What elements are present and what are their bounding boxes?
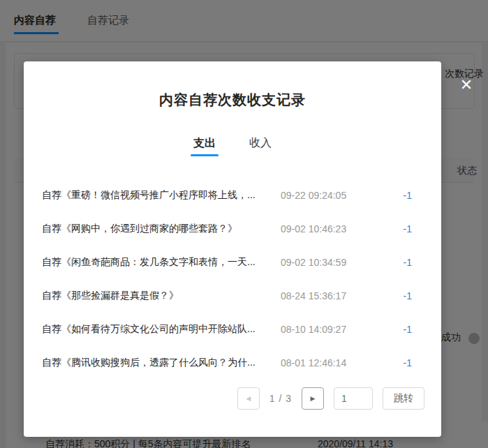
- expense-record-list: 自荐《重磅！微信视频号推广小程序即将上线，... 09-22 09:24:05 …: [42, 179, 412, 380]
- record-time: 09-02 10:34:59: [281, 257, 370, 268]
- record-time: 09-02 10:46:23: [281, 223, 370, 234]
- record-amount: -1: [370, 257, 412, 268]
- list-item: 自荐《闲鱼奇葩商品：发几条文字和表情，一天... 09-02 10:34:59 …: [42, 246, 412, 279]
- list-item: 自荐《如何看待万综文化公司的声明中开除站队... 08-10 14:09:27 …: [42, 313, 412, 346]
- page-indicator: 1 / 3: [269, 393, 292, 404]
- record-amount: -1: [370, 190, 412, 201]
- record-title: 自荐《重磅！微信视频号推广小程序即将上线，...: [42, 189, 281, 202]
- jump-button[interactable]: 跳转: [383, 387, 424, 410]
- tab-income[interactable]: 收入: [248, 135, 273, 156]
- record-amount: -1: [370, 324, 412, 335]
- count-records-modal: 内容自荐次数收支记录 支出 收入 自荐《重磅！微信视频号推广小程序即将上线，..…: [24, 61, 441, 437]
- record-time: 08-01 12:46:14: [281, 357, 370, 368]
- modal-tab-bar: 支出 收入: [24, 135, 441, 159]
- list-item: 自荐《重磅！微信视频号推广小程序即将上线，... 09-22 09:24:05 …: [42, 179, 412, 212]
- record-amount: -1: [370, 223, 412, 234]
- list-item: 自荐《腾讯收购搜狗后，透露了什么风向？为什... 08-01 12:46:14 …: [42, 346, 412, 380]
- prev-arrow-icon: ◀: [246, 395, 251, 402]
- record-title: 自荐《闲鱼奇葩商品：发几条文字和表情，一天...: [42, 256, 281, 269]
- close-icon[interactable]: ✕: [457, 75, 476, 95]
- record-time: 08-10 14:09:27: [281, 324, 370, 335]
- prev-page-button[interactable]: ◀: [237, 387, 260, 410]
- record-time: 09-22 09:24:05: [281, 190, 370, 201]
- modal-title: 内容自荐次数收支记录: [24, 91, 441, 110]
- next-arrow-icon: ▶: [311, 395, 316, 402]
- pagination: ◀ 1 / 3 ▶ 跳转: [237, 387, 424, 410]
- record-title: 自荐《腾讯收购搜狗后，透露了什么风向？为什...: [42, 357, 281, 369]
- tab-expense[interactable]: 支出: [192, 135, 217, 156]
- record-time: 08-24 15:36:17: [281, 290, 370, 301]
- tab-income-label: 收入: [249, 137, 272, 149]
- record-title: 自荐《如何看待万综文化公司的声明中开除站队...: [42, 323, 281, 336]
- list-item: 自荐《那些捡漏群是真是假？》 08-24 15:36:17 -1: [42, 279, 412, 313]
- record-amount: -1: [370, 290, 412, 301]
- record-title: 自荐《那些捡漏群是真是假？》: [42, 290, 281, 302]
- next-page-button[interactable]: ▶: [302, 387, 324, 410]
- list-item: 自荐《网购中，你遇到过商家的哪些套路？》 09-02 10:46:23 -1: [42, 212, 412, 246]
- page-jump-input[interactable]: [334, 387, 373, 410]
- expense-tab-underline: [191, 154, 219, 156]
- record-amount: -1: [370, 357, 412, 368]
- record-title: 自荐《网购中，你遇到过商家的哪些套路？》: [42, 223, 281, 235]
- tab-expense-label: 支出: [193, 137, 216, 149]
